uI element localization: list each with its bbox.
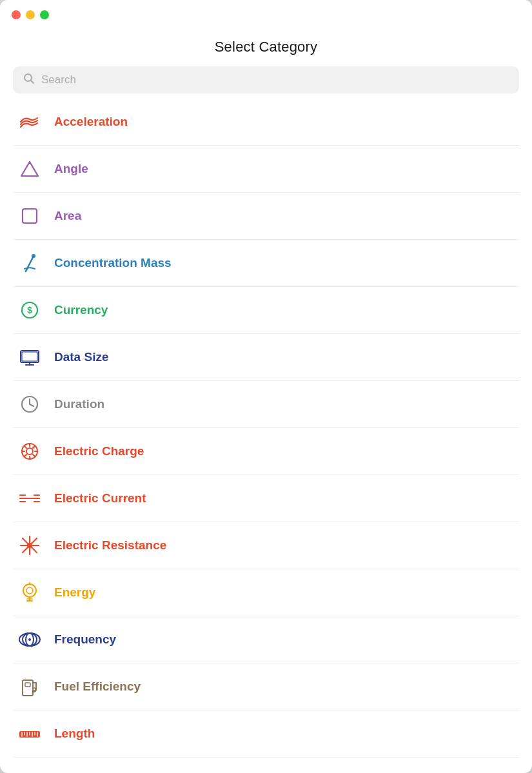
echarge-icon [18, 440, 41, 463]
list-item[interactable]: $ Currency [13, 287, 519, 334]
category-label: Electric Charge [54, 444, 144, 458]
duration-icon [18, 393, 41, 416]
svg-point-44 [28, 638, 31, 641]
list-item[interactable]: Data Size [13, 334, 519, 381]
energy-icon [18, 581, 41, 604]
svg-rect-46 [25, 683, 30, 687]
page-title: Select Category [0, 39, 532, 55]
fuel-icon [18, 675, 41, 698]
title-bar [0, 0, 532, 26]
svg-point-16 [26, 448, 33, 455]
category-label: Electric Current [54, 491, 146, 505]
list-item[interactable]: Electric Charge [13, 428, 519, 475]
category-label: Fuel Efficiency [54, 680, 141, 694]
svg-line-24 [25, 455, 26, 456]
category-list: Acceleration Angle Area [13, 99, 519, 768]
list-item[interactable]: Frequency [13, 616, 519, 663]
category-label: Concentration Mass [54, 256, 172, 270]
list-item[interactable]: Duration [13, 381, 519, 428]
list-item[interactable]: Length [13, 710, 519, 758]
list-item[interactable]: Area [13, 193, 519, 240]
svg-rect-3 [23, 209, 37, 223]
svg-rect-7 [21, 351, 39, 362]
search-bar[interactable] [13, 66, 519, 93]
list-item[interactable]: Fuel Efficiency [13, 663, 519, 710]
category-label: Frequency [54, 632, 116, 647]
svg-point-34 [27, 543, 32, 548]
list-item[interactable]: Energy [13, 569, 519, 616]
svg-point-4 [32, 254, 35, 258]
category-label: Duration [54, 397, 104, 411]
area-icon [18, 204, 41, 228]
category-label: Energy [54, 585, 95, 600]
category-label: Angle [54, 162, 88, 176]
concentration-icon [18, 251, 41, 275]
list-item[interactable]: Electric Resistance [13, 522, 519, 569]
svg-marker-2 [21, 162, 38, 176]
maximize-button[interactable] [40, 10, 49, 19]
category-label: Length [54, 727, 95, 741]
app-window: Select Category [0, 0, 532, 773]
svg-point-35 [23, 584, 36, 597]
svg-rect-8 [22, 352, 37, 361]
category-label: Area [54, 209, 81, 223]
svg-point-36 [26, 587, 33, 594]
eresistance-icon [18, 534, 41, 557]
length-icon [18, 722, 41, 745]
category-label: Currency [54, 303, 108, 317]
frequency-icon [18, 628, 41, 651]
svg-line-22 [33, 455, 35, 456]
traffic-lights [12, 10, 49, 19]
category-label: Electric Resistance [54, 538, 166, 553]
list-item[interactable]: Concentration Mass [13, 240, 519, 287]
close-button[interactable] [12, 10, 21, 19]
content-area: Acceleration Angle Area [0, 66, 532, 773]
currency-icon: $ [18, 298, 41, 322]
ecurrent-icon [18, 487, 41, 510]
search-input[interactable] [41, 73, 509, 86]
category-label: Acceleration [54, 115, 128, 129]
svg-text:$: $ [27, 305, 32, 315]
minimize-button[interactable] [26, 10, 35, 19]
category-label: Data Size [54, 350, 108, 364]
svg-line-23 [33, 446, 35, 448]
svg-point-47 [33, 688, 35, 690]
svg-line-14 [30, 404, 34, 406]
datasize-icon [18, 346, 41, 369]
svg-line-1 [31, 81, 34, 84]
search-icon [23, 73, 35, 87]
svg-line-21 [25, 446, 26, 448]
acceleration-icon [18, 110, 41, 133]
list-item[interactable]: Acceleration [13, 99, 519, 146]
list-item[interactable]: Angle [13, 146, 519, 193]
list-item[interactable]: Electric Current [13, 475, 519, 522]
angle-icon [18, 157, 41, 181]
page-title-container: Select Category [0, 26, 532, 66]
